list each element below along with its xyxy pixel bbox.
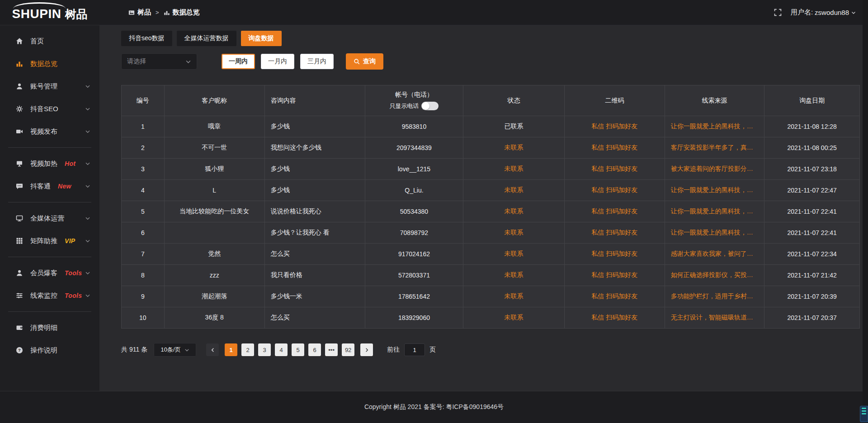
svg-text:?: ? bbox=[18, 348, 21, 352]
bar-chart-icon bbox=[164, 9, 170, 16]
cell-qrcode-link[interactable]: 私信 扫码加好友 bbox=[564, 286, 665, 307]
page-button-92[interactable]: 92 bbox=[342, 343, 354, 356]
footer: Copyright 树品 2021 备案号: 粤ICP备09019646号 bbox=[0, 391, 868, 423]
period-week-button[interactable]: 一周内 bbox=[222, 54, 255, 69]
sidebar-item-matrix-boost[interactable]: 矩阵助推 VIP bbox=[0, 230, 99, 252]
cell-qrcode-link[interactable]: 私信 扫码加好友 bbox=[564, 222, 665, 244]
cell-date: 2021-11-07 22:47 bbox=[764, 180, 860, 201]
sidebar-item-label: 视频发布 bbox=[30, 127, 57, 136]
sidebar-item-instructions[interactable]: ? 操作说明 bbox=[0, 339, 99, 362]
cell-source-link[interactable]: 无主灯设计，智能磁吸轨道灯... bbox=[665, 307, 764, 329]
sidebar-item-douyin-seo[interactable]: 抖音SEO bbox=[0, 98, 99, 120]
phone-only-toggle[interactable] bbox=[421, 102, 439, 110]
breadcrumb-current[interactable]: 数据总览 bbox=[164, 8, 200, 17]
cell-qrcode-link[interactable]: 私信 扫码加好友 bbox=[564, 201, 665, 222]
cell-qrcode-link[interactable]: 私信 扫码加好友 bbox=[564, 265, 665, 286]
header-source: 线索来源 bbox=[665, 85, 764, 116]
tab-omni-media-data[interactable]: 全媒体运营数据 bbox=[177, 31, 236, 46]
sidebar-item-omni-media[interactable]: 全媒体运营 bbox=[0, 207, 99, 230]
page-button-2[interactable]: 2 bbox=[241, 343, 254, 356]
cell-source-link[interactable]: 让你一眼就爱上的黑科技，能... bbox=[665, 222, 764, 244]
cell-qrcode-link[interactable]: 私信 扫码加好友 bbox=[564, 180, 665, 201]
chevron-down-icon bbox=[85, 238, 90, 244]
page-size-select[interactable]: 10条/页 bbox=[154, 343, 196, 357]
fullscreen-icon[interactable] bbox=[774, 9, 782, 16]
page-button-5[interactable]: 5 bbox=[292, 343, 304, 356]
cell-source-link[interactable]: 感谢大家喜欢我家，被问了好... bbox=[665, 244, 764, 265]
account-select[interactable]: 请选择 bbox=[121, 53, 197, 70]
sidebar-item-account-management[interactable]: 账号管理 bbox=[0, 75, 99, 98]
sidebar-item-clue-monitor[interactable]: 线索监控 Tools bbox=[0, 284, 99, 307]
cell-id: 5 bbox=[122, 201, 165, 222]
sidebar-item-video-heating[interactable]: 视频加热 Hot bbox=[0, 152, 99, 175]
cell-qrcode-link[interactable]: 私信 扫码加好友 bbox=[564, 116, 665, 137]
cell-source-link[interactable]: 让你一眼就爱上的黑科技，能... bbox=[665, 201, 764, 222]
cell-nickname: L bbox=[164, 180, 264, 201]
sidebar-item-douketong[interactable]: 抖客通 New bbox=[0, 175, 99, 197]
table-row: 6 多少钱？让我死心 看 70898792 未联系 私信 扫码加好友 让你一眼就… bbox=[122, 222, 860, 244]
page-button-4[interactable]: 4 bbox=[275, 343, 288, 356]
goto-page-input[interactable] bbox=[404, 343, 425, 356]
sidebar-item-label: 数据总览 bbox=[30, 60, 57, 68]
cell-id: 6 bbox=[122, 222, 165, 244]
tab-douyin-seo-data[interactable]: 抖音seo数据 bbox=[121, 31, 172, 46]
search-button[interactable]: 查询 bbox=[346, 53, 383, 70]
table-row: 5 当地比较能吃的一位美女 说说价格让我死心 50534380 未联系 私信 扫… bbox=[122, 201, 860, 222]
breadcrumb-home[interactable]: 树品 bbox=[128, 8, 151, 17]
cell-source-link[interactable]: 让你一眼就爱上的黑科技，能... bbox=[665, 116, 764, 137]
cell-nickname: 哦章 bbox=[164, 116, 264, 137]
cell-status: 未联系 bbox=[463, 244, 565, 265]
cell-date: 2021-11-08 12:28 bbox=[764, 116, 860, 137]
breadcrumb: 树品 > 数据总览 bbox=[128, 8, 200, 17]
cell-qrcode-link[interactable]: 私信 扫码加好友 bbox=[564, 244, 665, 265]
search-icon bbox=[354, 58, 360, 65]
tab-inquiry-data[interactable]: 询盘数据 bbox=[241, 31, 282, 46]
page-ellipsis-button[interactable]: ••• bbox=[325, 343, 338, 356]
goto-label: 前往 bbox=[387, 346, 400, 354]
sliders-icon bbox=[15, 292, 24, 299]
sidebar-item-data-overview[interactable]: 数据总览 bbox=[0, 52, 99, 75]
cell-source-link[interactable]: 客厅安装投影半年多了，真实... bbox=[665, 137, 764, 159]
page-button-1[interactable]: 1 bbox=[225, 343, 237, 356]
user-menu[interactable]: 用户名: zswodun88 bbox=[791, 8, 856, 17]
sidebar-item-member-burst[interactable]: 会员爆客 Tools bbox=[0, 262, 99, 284]
brand-logo[interactable]: SHUPIN 树品 bbox=[0, 3, 99, 22]
copyright-text: Copyright 树品 2021 备案号: 粤ICP备09019646号 bbox=[364, 403, 504, 411]
cell-account: 50534380 bbox=[365, 201, 463, 222]
page-button-6[interactable]: 6 bbox=[308, 343, 321, 356]
chevron-down-icon bbox=[85, 84, 90, 89]
cell-source-link[interactable]: 被大家追着问的客厅投影分享... bbox=[665, 159, 764, 180]
table-row: 1 哦章 多少钱 9583810 已联系 私信 扫码加好友 让你一眼就爱上的黑科… bbox=[122, 116, 860, 137]
cell-source-link[interactable]: 多功能护栏灯，适用于乡村文... bbox=[665, 286, 764, 307]
page-button-3[interactable]: 3 bbox=[258, 343, 271, 356]
chevron-down-icon bbox=[85, 129, 90, 134]
period-month-button[interactable]: 一月内 bbox=[261, 54, 294, 69]
prev-page-button[interactable] bbox=[206, 343, 219, 356]
sidebar-item-home[interactable]: 首页 bbox=[0, 30, 99, 52]
badge-tools: Tools bbox=[65, 269, 82, 277]
cell-qrcode-link[interactable]: 私信 扫码加好友 bbox=[564, 137, 665, 159]
badge-new: New bbox=[58, 183, 71, 190]
chevron-down-icon bbox=[85, 106, 90, 112]
sidebar-item-consumption-detail[interactable]: 消费明细 bbox=[0, 316, 99, 339]
chevron-down-icon bbox=[85, 293, 90, 298]
cell-qrcode-link[interactable]: 私信 扫码加好友 bbox=[564, 159, 665, 180]
floating-widget[interactable] bbox=[860, 406, 868, 422]
period-quarter-button[interactable]: 三月内 bbox=[300, 54, 334, 69]
user-icon bbox=[15, 83, 24, 90]
monitor-icon bbox=[15, 215, 24, 222]
cell-content: 多少钱 bbox=[264, 180, 365, 201]
sidebar-item-video-publish[interactable]: 视频发布 bbox=[0, 120, 99, 143]
scrollbar-track[interactable] bbox=[863, 0, 868, 423]
cell-date: 2021-11-07 20:37 bbox=[764, 307, 860, 329]
next-page-button[interactable] bbox=[360, 343, 373, 356]
cell-content: 多少钱 bbox=[264, 116, 365, 137]
breadcrumb-current-label: 数据总览 bbox=[173, 8, 200, 17]
cell-account: 572803371 bbox=[365, 265, 463, 286]
cell-source-link[interactable]: 让你一眼就爱上的黑科技，能... bbox=[665, 180, 764, 201]
cell-qrcode-link[interactable]: 私信 扫码加好友 bbox=[564, 307, 665, 329]
cell-nickname bbox=[164, 222, 264, 244]
cell-status: 未联系 bbox=[463, 180, 565, 201]
sidebar-item-label: 首页 bbox=[30, 37, 44, 46]
cell-source-link[interactable]: 如何正确选择投影仪，买投影... bbox=[665, 265, 764, 286]
